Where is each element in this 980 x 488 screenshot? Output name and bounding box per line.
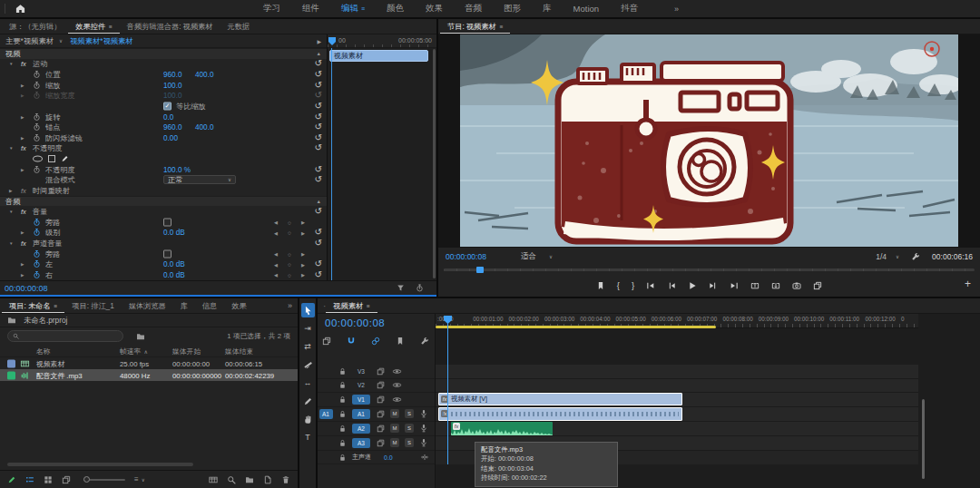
add-keyframe-icon[interactable]: ○ xyxy=(288,229,291,236)
go-to-in-button[interactable] xyxy=(646,281,655,290)
property-value[interactable]: 960.0 xyxy=(163,123,182,132)
property-value[interactable]: 0.0 xyxy=(163,112,173,121)
search-input[interactable] xyxy=(7,330,123,342)
tab-源：（无剪辑）[interactable]: 源：（无剪辑） xyxy=(2,19,68,34)
clip-video[interactable]: fx 视频素材 [V] xyxy=(438,393,682,405)
add-keyframe-icon[interactable]: ○ xyxy=(288,219,291,225)
time-ruler[interactable]: :00:0000:00:01:0000:00:02:0000:00:03:000… xyxy=(436,314,918,328)
prev-keyframe-icon[interactable]: ◀ xyxy=(274,251,278,257)
tab-音频剪辑混合器: 视频素材[interactable]: 音频剪辑混合器: 视频素材 xyxy=(120,19,220,34)
twirl-icon[interactable]: ▶ xyxy=(21,135,24,140)
tab-效果控件[interactable]: 效果控件≡ xyxy=(68,19,120,34)
mark-in-button[interactable]: { xyxy=(617,280,620,290)
track-lock-icon[interactable] xyxy=(338,395,347,404)
program-scrubber[interactable] xyxy=(438,266,980,274)
menu-item-库[interactable]: 库 xyxy=(543,3,552,15)
home-icon[interactable] xyxy=(15,4,25,14)
property-value[interactable]: 400.0 xyxy=(195,71,214,79)
column-header-媒体结束[interactable]: 媒体结束 xyxy=(225,346,253,356)
project-file-name[interactable]: 未命名.prproj xyxy=(24,316,67,326)
twirl-icon[interactable]: ▼ xyxy=(9,146,14,151)
menu-item-音频[interactable]: 音频 xyxy=(465,3,482,15)
clip-voiceover[interactable]: fx xyxy=(451,422,553,435)
track-lock-icon[interactable] xyxy=(338,439,347,447)
prev-keyframe-icon[interactable]: ◀ xyxy=(274,261,278,267)
bin-navigate-icon[interactable] xyxy=(136,332,145,341)
mute-button[interactable]: M xyxy=(390,424,399,433)
track-target-A2[interactable]: A2 xyxy=(352,424,370,434)
timeline-settings-icon[interactable] xyxy=(420,337,429,346)
sync-lock-icon[interactable] xyxy=(377,439,385,447)
twirl-icon[interactable]: ▶ xyxy=(21,272,24,277)
clear-icon[interactable] xyxy=(281,475,290,484)
track-target-A1[interactable]: A1 xyxy=(352,409,370,419)
tab-项目: 排江_1[interactable]: 项目: 排江_1 xyxy=(64,298,121,314)
automate-to-sequence-icon[interactable] xyxy=(209,475,218,484)
pen-tool[interactable] xyxy=(301,392,315,410)
mute-button[interactable]: M xyxy=(390,409,399,418)
scrubber-track[interactable] xyxy=(444,268,975,271)
prev-keyframe-icon[interactable]: ◀ xyxy=(274,229,278,235)
reset-icon[interactable]: ↺ xyxy=(315,259,322,268)
solo-button[interactable]: S xyxy=(405,424,414,433)
column-header-帧速率[interactable]: 帧速率 ∧ xyxy=(120,346,141,356)
next-keyframe-icon[interactable]: ▶ xyxy=(301,220,305,225)
twirl-icon[interactable]: ▼ xyxy=(9,210,14,214)
reset-icon[interactable]: ↺ xyxy=(315,228,322,237)
toggle-animation-icon[interactable] xyxy=(33,123,41,132)
voiceover-record-icon[interactable] xyxy=(419,424,428,433)
sync-lock-icon[interactable] xyxy=(377,395,385,404)
property-value[interactable]: 100.0 xyxy=(163,92,182,100)
tab-program[interactable]: 节目: 视频素材 ≡ xyxy=(440,19,510,34)
reset-icon[interactable]: ↺ xyxy=(315,122,322,132)
go-to-out-button[interactable] xyxy=(730,281,739,290)
track-target-V1[interactable]: V1 xyxy=(352,395,370,405)
property-value[interactable]: 960.0 xyxy=(163,71,182,79)
next-keyframe-icon[interactable]: ▶ xyxy=(301,229,305,235)
menu-overflow-button[interactable]: » xyxy=(674,5,679,14)
voiceover-record-icon[interactable] xyxy=(419,409,428,418)
toggle-animation-icon[interactable] xyxy=(33,218,41,226)
freeform-view-icon[interactable] xyxy=(62,475,71,484)
type-tool[interactable]: T xyxy=(301,428,315,446)
new-bin-icon[interactable] xyxy=(245,475,254,484)
work-area-bar[interactable] xyxy=(436,326,716,328)
razor-tool[interactable] xyxy=(301,356,315,374)
toggle-animation-icon[interactable] xyxy=(33,165,41,173)
solo-button[interactable]: S xyxy=(405,409,414,418)
step-back-button[interactable] xyxy=(667,281,676,290)
twirl-icon[interactable]: ▼ xyxy=(9,241,14,246)
export-frame-button[interactable] xyxy=(792,281,801,290)
selection-tool[interactable] xyxy=(301,303,315,317)
track-target-V2[interactable]: V2 xyxy=(352,380,370,390)
twirl-icon[interactable]: ▶ xyxy=(9,188,13,192)
track-lock-icon[interactable] xyxy=(338,367,347,376)
mark-out-button[interactable]: } xyxy=(632,280,634,290)
sequence-clip-label[interactable]: 视频素材*视频素材 xyxy=(70,36,133,46)
toggle-animation-icon[interactable] xyxy=(33,229,41,237)
horizontal-scrollbar[interactable] xyxy=(7,463,193,466)
toggle-animation-icon[interactable] xyxy=(33,270,41,278)
track-lock-icon[interactable] xyxy=(338,425,347,433)
source-patch-A1[interactable]: A1 xyxy=(319,409,333,419)
timeline-timecode[interactable]: 00:00:00:08 xyxy=(325,317,385,328)
reset-icon[interactable]: ↺ xyxy=(315,91,322,100)
label-chip[interactable] xyxy=(7,359,15,367)
sync-lock-icon[interactable] xyxy=(377,381,385,389)
mini-scrollbar[interactable] xyxy=(433,49,436,278)
property-value[interactable]: 400.0 xyxy=(195,123,214,132)
icon-view-icon[interactable] xyxy=(44,475,53,484)
hand-tool[interactable] xyxy=(301,410,315,428)
reset-icon[interactable]: ↺ xyxy=(315,175,322,184)
toggle-animation-icon[interactable] xyxy=(33,133,41,142)
menu-item-学习[interactable]: 学习 xyxy=(263,3,280,15)
menu-item-编辑[interactable]: 编辑≡ xyxy=(341,3,365,15)
tab-媒体浏览器[interactable]: 媒体浏览器 xyxy=(122,298,173,314)
snap-icon[interactable] xyxy=(347,337,356,346)
clip-audio-linked[interactable]: fx xyxy=(438,407,682,421)
column-header-名称[interactable]: 名称 xyxy=(36,346,51,356)
extract-button[interactable] xyxy=(771,281,780,290)
property-value[interactable]: 100.0 xyxy=(163,81,182,89)
toggle-animation-icon[interactable] xyxy=(33,249,41,258)
twirl-icon[interactable]: ▼ xyxy=(9,62,14,66)
